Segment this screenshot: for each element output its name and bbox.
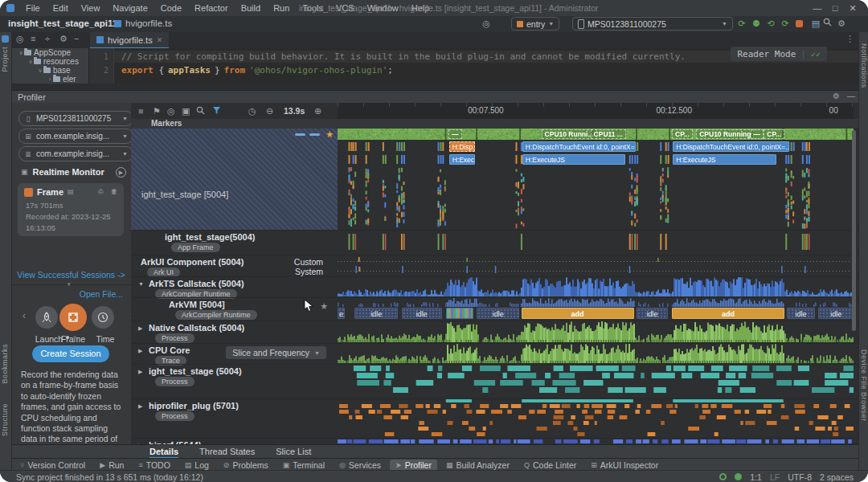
- save-session-icon[interactable]: ⎙: [98, 188, 103, 196]
- panel-gear-icon[interactable]: ⚙: [833, 92, 840, 100]
- screenshot-icon[interactable]: ▣: [182, 106, 190, 116]
- cpu-segment-label[interactable]: CPU11 ...: [591, 129, 626, 139]
- gear-icon[interactable]: ⚙: [836, 18, 847, 29]
- selected-group-chart[interactable]: —CPU10 Runni...CPU11 ...CP...CPU10 Runni…: [338, 129, 854, 230]
- row-label-cell[interactable]: ▶CPU CoreTraceSlice and Frequency▼: [131, 344, 338, 364]
- collapse-all-icon[interactable]: ÷: [45, 34, 50, 43]
- search-icon[interactable]: [823, 18, 834, 29]
- status-item[interactable]: 1:1: [750, 472, 762, 482]
- profile-app-icon[interactable]: ⟳: [780, 18, 791, 29]
- create-session-button[interactable]: Create Session: [32, 345, 109, 362]
- maximize-icon[interactable]: □: [826, 3, 844, 14]
- row-label-cell[interactable]: ▶ight_test_stage (5004)Process: [131, 365, 338, 398]
- vm-segment-idle[interactable]: idle: [402, 308, 442, 319]
- tool-button-build-analyzer[interactable]: ▦Build Analyzer: [440, 460, 515, 471]
- tree-settings-gear-icon[interactable]: ⚙: [59, 34, 68, 44]
- detail-tab-slice-list[interactable]: Slice List: [276, 445, 311, 459]
- target-icon[interactable]: ◎: [167, 106, 175, 116]
- expand-arrow-icon[interactable]: ▶: [138, 348, 142, 354]
- tool-button-terminal[interactable]: ▣Terminal: [277, 460, 330, 471]
- row-label-cell[interactable]: ight_test_stage(5004)App Frame: [131, 231, 338, 255]
- vm-segment-e[interactable]: e: [338, 308, 345, 319]
- editor-options-icon[interactable]: ⋮: [845, 34, 854, 44]
- row-label-cell[interactable]: ArkUI Component (5004)Ark UICustomSystem: [131, 255, 338, 276]
- vm-segment-idle[interactable]: idle: [818, 308, 854, 319]
- vm-segment-add[interactable]: add: [522, 308, 634, 319]
- flag-icon[interactable]: ⚑: [153, 106, 161, 116]
- divider-handle-icon[interactable]: ▾: [68, 281, 71, 288]
- cpu-segment-label[interactable]: CPU10 Running: [696, 129, 754, 139]
- tab-hvigorfile[interactable]: hvigorfile.ts ✕: [90, 32, 169, 49]
- dot[interactable]: [73, 336, 76, 339]
- cpu-segment-label[interactable]: —: [751, 129, 764, 139]
- tool-button-profiler[interactable]: ➤Profiler: [390, 460, 437, 471]
- menu-item-refactor[interactable]: Refactor: [188, 0, 235, 16]
- expand-arrow-icon[interactable]: ▶: [138, 369, 142, 375]
- session-type-time[interactable]: [92, 306, 114, 329]
- monitor-play-icon[interactable]: ▶: [116, 167, 126, 178]
- expand-all-icon[interactable]: ≡: [31, 34, 35, 43]
- selector-apps[interactable]: ⊞com.example.insig...▼: [18, 129, 133, 144]
- menu-item-navigate[interactable]: Navigate: [106, 0, 154, 16]
- expand-arrow-icon[interactable]: ▼: [138, 281, 144, 287]
- restart-icon[interactable]: ⟲: [765, 18, 776, 29]
- tool-tab-structure[interactable]: Structure: [1, 403, 9, 436]
- device-status-icon[interactable]: [735, 473, 742, 480]
- menu-item-edit[interactable]: Edit: [47, 0, 75, 16]
- zoom-in-icon[interactable]: ⊕: [314, 106, 321, 116]
- close-tab-icon[interactable]: ✕: [157, 36, 163, 44]
- harmony-status-icon[interactable]: [719, 473, 727, 480]
- tree-chevron-icon[interactable]: ›: [47, 76, 53, 82]
- tool-button-problems[interactable]: ⊘Problems: [218, 460, 274, 471]
- tool-button-code-linter[interactable]: QCode Linter: [518, 460, 582, 471]
- detail-tab-details[interactable]: Details: [149, 445, 178, 459]
- tool-button-log[interactable]: ▤Log: [179, 460, 215, 471]
- tool-button-arkui-inspector[interactable]: ⊞ArkUI Inspector: [585, 460, 664, 471]
- vm-segment-multi[interactable]: [446, 308, 473, 319]
- carousel-prev-icon[interactable]: ‹: [23, 310, 26, 321]
- session-card[interactable]: Frame ▤ ⎙ 🗑 17s 701ms Recorded at: 2023-…: [18, 183, 124, 236]
- cpu-segment-label[interactable]: CPU10 Runni...: [542, 129, 597, 139]
- menu-item-build[interactable]: Build: [235, 0, 267, 16]
- tool-button-run[interactable]: ▶Run: [94, 460, 129, 471]
- row-chart-cell[interactable]: [338, 344, 854, 364]
- breadcrumb-project[interactable]: insight_test_stage_api11: [8, 18, 117, 28]
- slice-frequency-dropdown[interactable]: Slice and Frequency▼: [226, 346, 326, 359]
- trace-slice[interactable]: H:ExecuteJS: [522, 154, 625, 165]
- breadcrumb-file[interactable]: hvigorfile.ts: [125, 18, 172, 28]
- row-chart-cell[interactable]: eidleidleidleaddidleaddidleidle: [338, 298, 854, 321]
- stop-icon[interactable]: [796, 20, 803, 27]
- trace-slice[interactable]: H:DispatchTouchEvent id:0, pointX=...: [522, 141, 636, 152]
- vm-segment-idle[interactable]: idle: [637, 308, 668, 319]
- cpu-segment-label[interactable]: —: [448, 129, 462, 139]
- status-item[interactable]: UTF-8: [788, 472, 812, 482]
- hide-panel-icon[interactable]: −: [74, 34, 79, 43]
- settings-sync-icon[interactable]: ◎: [481, 18, 492, 29]
- menu-item-code[interactable]: Code: [154, 0, 188, 16]
- run-icon[interactable]: ⟳: [736, 18, 747, 29]
- trace-slice[interactable]: H:ExecuteJS: [673, 154, 776, 165]
- selected-track-group[interactable]: ight_test_stage [5004] ★: [131, 129, 338, 230]
- view-sessions-link[interactable]: View Successful Sessions ->: [11, 270, 131, 280]
- minimize-icon[interactable]: —: [809, 3, 826, 14]
- row-chart-cell[interactable]: [338, 277, 854, 297]
- expand-arrow-icon[interactable]: ▶: [138, 325, 142, 332]
- row-label-cell[interactable]: ▶hiprofiler_plug (5701)Process: [131, 399, 338, 438]
- session-type-launch[interactable]: [35, 306, 58, 329]
- tree-chevron-icon[interactable]: ∨: [27, 59, 34, 65]
- favorite-star-icon[interactable]: ★: [326, 129, 334, 140]
- open-file-link[interactable]: Open File...: [80, 289, 123, 299]
- row-chart-cell[interactable]: [338, 255, 854, 276]
- filter-funnel-icon[interactable]: [212, 106, 221, 115]
- expand-arrow-icon[interactable]: ▶: [138, 403, 142, 410]
- close-icon[interactable]: ✕: [844, 3, 862, 14]
- trace-slice[interactable]: H:DispatchTouchEvent id:0, pointX=...: [673, 141, 788, 152]
- dot-active[interactable]: [66, 336, 69, 339]
- status-item[interactable]: 2 spaces: [820, 472, 854, 482]
- tool-tab-project[interactable]: Project: [1, 47, 9, 72]
- row-star-icon[interactable]: ★: [320, 301, 328, 312]
- stop-record-icon[interactable]: ■: [138, 106, 144, 116]
- menu-item-view[interactable]: View: [75, 0, 107, 16]
- panel-minimize-icon[interactable]: —: [847, 92, 855, 100]
- row-label-cell[interactable]: ▶Native Callstack (5004)Process: [131, 321, 338, 343]
